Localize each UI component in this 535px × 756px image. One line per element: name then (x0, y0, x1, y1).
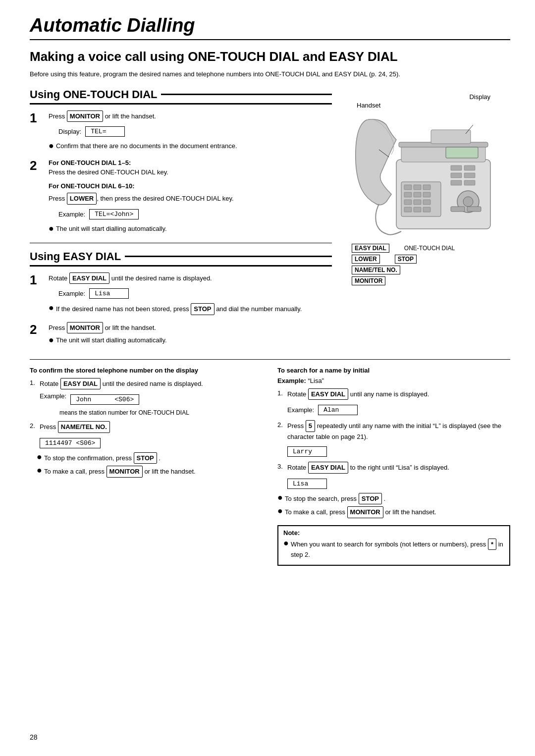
means-text: means the station number for ONE-TOUCH D… (59, 409, 263, 417)
easy-step-1-bullet: ● If the desired name has not been store… (49, 303, 332, 315)
easy-dial-heading: Using EASY DIAL (30, 250, 332, 267)
monitor-key-confirm: MONITOR (107, 466, 143, 478)
svg-rect-26 (467, 207, 481, 212)
lower-key-1: LOWER (67, 193, 97, 205)
monitor-key-1: MONITOR (67, 110, 103, 122)
easy-dial-key-search: EASY DIAL (308, 388, 348, 400)
note-bullet: ● When you want to search for symbols (n… (283, 539, 504, 560)
svg-rect-13 (423, 200, 430, 205)
svg-rect-10 (423, 192, 430, 197)
display-row-1: Display: TEL= (58, 124, 332, 139)
easy-step-2-bullet: ● The unit will start dialling automatic… (49, 335, 332, 345)
svg-rect-6 (414, 185, 421, 190)
svg-rect-5 (404, 185, 412, 190)
one-touch-step-2: 2 For ONE-TOUCH DIAL 1–5: Press the desi… (30, 158, 332, 236)
handset-shape (356, 119, 401, 234)
confirm-title: To confirm the stored telephone number o… (30, 367, 263, 374)
svg-rect-7 (423, 185, 430, 190)
display-box-tel: TEL= (85, 126, 125, 137)
easy-step-1-number: 1 (30, 272, 44, 317)
confirm-bullet-2: ● To make a call, press MONITOR or lift … (37, 466, 263, 478)
display-box-lisa-final: Lisa (287, 479, 327, 489)
step-2-number: 2 (30, 158, 44, 236)
confirm-example-row: Example: John <S06> (40, 392, 263, 407)
fax-diagram: Display Handset (342, 93, 510, 287)
bottom-section: To confirm the stored telephone number o… (30, 367, 510, 566)
confirm-display-row: 1114497 <S06> (40, 436, 263, 450)
search-bullet-2: ● To make a call, press MONITOR or lift … (277, 506, 510, 518)
monitor-key-2: MONITOR (67, 322, 103, 334)
display-box-larry: Larry (287, 446, 327, 457)
step-2-content: For ONE-TOUCH DIAL 1–5: Press the desire… (49, 158, 332, 236)
svg-rect-3 (446, 147, 478, 158)
step-1-content: Press MONITOR or lift the handset. Displ… (49, 110, 332, 153)
page-number: 28 (30, 733, 38, 741)
easy-dial-step-1: 1 Rotate EASY DIAL until the desired nam… (30, 272, 332, 317)
display-box-john: TEL=<John> (89, 209, 139, 219)
stop-btn-label: STOP (395, 255, 417, 264)
key-5: 5 (306, 420, 315, 432)
section-divider-1 (30, 243, 332, 243)
easy-dial-key-confirm: EASY DIAL (60, 378, 101, 390)
intro-text: Before using this feature, program the d… (30, 69, 510, 79)
section-divider-2 (30, 359, 510, 360)
svg-rect-20 (464, 173, 475, 178)
name-tel-no-btn-label: NAME/TEL NO. (352, 266, 400, 274)
monitor-btn-label: MONITOR (352, 276, 385, 285)
display-box-john-s06: John <S06> (70, 394, 139, 405)
easy-dial-key-search-3: EASY DIAL (308, 462, 348, 474)
easy-dial-key-1: EASY DIAL (69, 272, 109, 284)
svg-rect-12 (414, 200, 421, 205)
svg-rect-8 (404, 192, 412, 197)
svg-rect-22 (464, 180, 475, 185)
confirm-item-1: 1. Rotate EASY DIAL until the desired na… (30, 378, 263, 390)
svg-rect-19 (451, 173, 462, 178)
search-display-larry: Larry (287, 444, 510, 459)
search-title: To search for a name by initial (277, 367, 510, 374)
search-item-2: 2. Press 5 repeatedly until any name wit… (277, 420, 510, 441)
fax-svg (352, 110, 500, 239)
svg-rect-11 (404, 200, 412, 205)
fax-button-labels: EASY DIAL ONE-TOUCH DIAL LOWER STOP NAME… (352, 244, 500, 287)
main-section-heading: Making a voice call using ONE-TOUCH DIAL… (30, 49, 510, 64)
handset-label: Handset (357, 102, 380, 109)
one-touch-dial-label: ONE-TOUCH DIAL (404, 245, 455, 252)
main-layout: Using ONE-TOUCH DIAL 1 Press MONITOR or … (30, 88, 510, 352)
name-tel-key: NAME/TEL NO. (58, 421, 110, 433)
right-column: Display Handset (342, 88, 510, 352)
svg-rect-25 (451, 207, 465, 212)
easy-step-2-content: Press MONITOR or lift the handset. ● The… (49, 322, 332, 347)
search-section: To search for a name by initial Example:… (277, 367, 510, 566)
left-column: Using ONE-TOUCH DIAL 1 Press MONITOR or … (30, 88, 332, 352)
display-box-lisa: Lisa (89, 288, 129, 299)
easy-step-2-number: 2 (30, 322, 44, 347)
confirm-section: To confirm the stored telephone number o… (30, 367, 263, 566)
display-box-number: 1114497 <S06> (40, 438, 101, 448)
svg-rect-14 (404, 207, 412, 212)
note-box: Note: ● When you want to search for symb… (277, 525, 510, 566)
confirm-bullet-1: ● To stop the confirmation, press STOP . (37, 452, 263, 464)
one-touch-step-1: 1 Press MONITOR or lift the handset. Dis… (30, 110, 332, 153)
search-display-lisa: Lisa (287, 477, 510, 491)
stop-key-confirm: STOP (134, 452, 157, 464)
easy-dial-btn-label: EASY DIAL (352, 244, 389, 253)
search-item-1: 1. Rotate EASY DIAL until any name is di… (277, 388, 510, 400)
page-title: Automatic Dialling (30, 15, 510, 40)
search-example-row-1: Example: Alan (287, 403, 510, 417)
search-bullet-1: ● To stop the search, press STOP . (277, 493, 510, 505)
svg-rect-15 (414, 207, 421, 212)
search-example-label: Example: “Lisa” (277, 377, 510, 384)
stop-key-1: STOP (191, 303, 214, 315)
svg-rect-16 (423, 207, 430, 212)
svg-point-24 (463, 197, 473, 207)
step-1-bullet: ● Confirm that there are no documents in… (49, 141, 332, 151)
display-label-fax: Display (469, 93, 490, 101)
svg-rect-9 (414, 192, 421, 197)
confirm-item-2: 2. Press NAME/TEL NO. (30, 421, 263, 433)
easy-step-1-content: Rotate EASY DIAL until the desired name … (49, 272, 332, 317)
one-touch-dial-heading: Using ONE-TOUCH DIAL (30, 88, 332, 105)
stop-key-search: STOP (359, 493, 382, 505)
svg-rect-18 (464, 165, 475, 170)
easy-example-row: Example: Lisa (58, 286, 332, 301)
display-box-alan: Alan (318, 405, 358, 415)
